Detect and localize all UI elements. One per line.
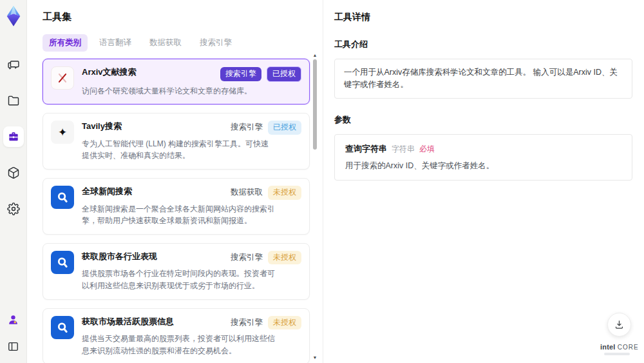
panel-toggle-icon[interactable] <box>3 336 24 357</box>
page-title: 工具集 <box>43 11 310 23</box>
search-icon <box>51 316 74 339</box>
category-tab[interactable]: 语言翻译 <box>93 34 138 52</box>
scroll-down-arrow[interactable]: ▼ <box>312 355 318 360</box>
intro-box: 一个用于从Arxiv存储库搜索科学论文和文章的工具。 输入可以是Arxiv ID… <box>334 59 632 99</box>
sparkle-icon: ✦ <box>51 121 74 144</box>
tool-description: 提供当天交易量最高的股票列表，投资者可以利用这些信息来识别流动性强的股票和潜在的… <box>82 333 275 357</box>
download-button[interactable] <box>607 313 631 337</box>
sidebar-nav <box>3 54 24 219</box>
category-tab[interactable]: 搜索引擎 <box>193 34 238 52</box>
tool-description: 全球新闻搜索是一个聚合全球各大新闻网站内容的搜索引擎，帮助用户快速获取全球最新资… <box>82 203 275 227</box>
settings-icon[interactable] <box>3 199 24 219</box>
tool-name: 获取市场最活跃股票信息 <box>82 316 174 328</box>
arxiv-logo-icon <box>51 66 74 90</box>
package-icon[interactable] <box>3 162 24 183</box>
tool-name: 全球新闻搜索 <box>82 186 132 197</box>
tool-card[interactable]: ✦ Tavily搜索 搜索引擎 已授权 专为人工智能代理 (LLM) 构建的搜索… <box>43 113 310 170</box>
search-icon <box>51 251 74 274</box>
scrollbar-thumb[interactable] <box>313 59 317 150</box>
intel-core-logo: intel CORE <box>600 343 634 355</box>
category-badge: 搜索引擎 <box>220 67 261 81</box>
auth-status-badge: 已授权 <box>267 66 301 82</box>
tool-description: 访问各个研究领域大量科学论文和文章的存储库。 <box>82 85 275 97</box>
brand-core-text: CORE <box>618 344 639 351</box>
brand-intel-text: intel <box>600 343 616 351</box>
params-list: 查询字符串 字符串 必填 用于搜索的Arxiv ID、关键字或作者姓名。 <box>334 134 632 181</box>
param-type: 字符串 <box>392 144 415 155</box>
tool-card[interactable]: 获取市场最活跃股票信息 搜索引擎 未授权 提供当天交易量最高的股票列表，投资者可… <box>43 308 310 363</box>
param-description: 用于搜索的Arxiv ID、关键字或作者姓名。 <box>345 161 621 172</box>
param-required-label: 必填 <box>419 144 435 155</box>
auth-status-badge: 已授权 <box>268 121 301 135</box>
tool-description: 专为人工智能代理 (LLM) 构建的搜索引擎工具。可快速提供实时、准确和真实的结… <box>82 138 275 162</box>
param-card: 查询字符串 字符串 必填 用于搜索的Arxiv ID、关键字或作者姓名。 <box>334 134 632 181</box>
tool-list: Arxiv文献搜索 搜索引擎 已授权 访问各个研究领域大量科学论文和文章的存储库… <box>43 59 310 363</box>
auth-status-badge: 未授权 <box>268 251 301 265</box>
scroll-up-arrow[interactable]: ▲ <box>312 53 318 58</box>
search-icon <box>51 186 74 209</box>
params-heading: 参数 <box>334 114 632 126</box>
user-icon[interactable] <box>3 309 24 329</box>
category-tab[interactable]: 数据获取 <box>143 34 188 52</box>
folder-icon[interactable] <box>3 90 24 111</box>
intro-heading: 工具介绍 <box>334 39 632 50</box>
tool-card[interactable]: Arxiv文献搜索 搜索引擎 已授权 访问各个研究领域大量科学论文和文章的存储库… <box>43 59 310 104</box>
tool-name: Arxiv文献搜索 <box>82 66 137 78</box>
toolbox-icon[interactable] <box>3 126 24 147</box>
tool-name: Tavily搜索 <box>82 121 122 132</box>
category-tab[interactable]: 所有类别 <box>43 34 88 52</box>
category-badge: 数据获取 <box>231 187 263 198</box>
brand-subline <box>604 353 630 355</box>
tool-name: 获取股市各行业表现 <box>82 251 157 262</box>
details-title: 工具详情 <box>334 12 632 23</box>
toolset-panel: 工具集 所有类别语言翻译数据获取搜索引擎 Arxiv文献搜索 搜索引擎 已授权 … <box>27 0 323 363</box>
tool-card[interactable]: 全球新闻搜索 数据获取 未授权 全球新闻搜索是一个聚合全球各大新闻网站内容的搜索… <box>43 178 310 235</box>
download-icon <box>614 319 625 330</box>
app-logo <box>4 5 23 27</box>
tool-details-panel: 工具详情 工具介绍 一个用于从Arxiv存储库搜索科学论文和文章的工具。 输入可… <box>323 0 644 363</box>
chat-icon[interactable] <box>3 54 24 75</box>
scrollbar[interactable]: ▲ ▼ <box>312 53 318 360</box>
auth-status-badge: 未授权 <box>268 186 301 200</box>
category-badge: 搜索引擎 <box>231 252 263 263</box>
sidebar-rail <box>0 0 27 363</box>
category-badge: 搜索引擎 <box>231 317 263 328</box>
param-name: 查询字符串 <box>345 143 387 155</box>
tool-description: 提供股票市场各个行业在特定时间段内的表现。投资者可以利用这些信息来识别表现优于或… <box>82 268 275 291</box>
category-tabs: 所有类别语言翻译数据获取搜索引擎 <box>43 34 310 52</box>
auth-status-badge: 未授权 <box>268 316 301 330</box>
category-badge: 搜索引擎 <box>231 122 263 133</box>
tool-card[interactable]: 获取股市各行业表现 搜索引擎 未授权 提供股票市场各个行业在特定时间段内的表现。… <box>43 243 310 300</box>
